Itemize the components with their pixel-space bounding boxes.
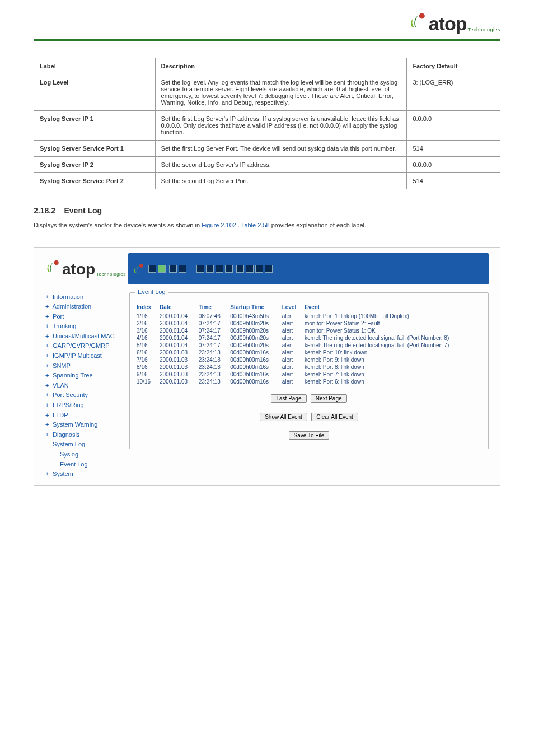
parameters-table: Label Description Factory Default Log Le… bbox=[34, 58, 500, 189]
ev-cell-level: alert bbox=[281, 320, 303, 327]
sidebar-item[interactable]: + Administration bbox=[45, 302, 129, 312]
plus-icon: + bbox=[45, 390, 51, 400]
ev-cell-startup: 00d09h43m50s bbox=[229, 312, 280, 320]
param-desc: Set the log level. Any log events that m… bbox=[155, 74, 407, 111]
ev-cell-startup: 00d00h00m16s bbox=[229, 378, 280, 385]
ev-cell-level: alert bbox=[281, 334, 303, 342]
sidebar-item[interactable]: + SNMP bbox=[45, 361, 129, 371]
ev-cell-time: 23:24:13 bbox=[198, 349, 229, 356]
sidebar-nav: + Information+ Administration+ Port+ Tru… bbox=[45, 292, 129, 479]
table-row: 8/162000.01.0323:24:1300d00h00m16salertk… bbox=[135, 363, 483, 371]
sidebar-item-label: ERPS/Ring bbox=[51, 402, 84, 408]
table-row: Syslog Server Service Port 1Set the firs… bbox=[34, 141, 500, 157]
ev-cell-event: kernel: The ring detected local signal f… bbox=[303, 334, 483, 342]
ev-cell-event: kernel: Port 7: link down bbox=[303, 371, 483, 378]
save-to-file-button[interactable]: Save To File bbox=[289, 431, 330, 440]
sidebar-item[interactable]: + Trunking bbox=[45, 321, 129, 332]
logo-tagline: Technologies bbox=[467, 27, 500, 32]
ev-cell-level: alert bbox=[281, 378, 303, 385]
table-row: 3/162000.01.0407:24:1700d09h00m20salertm… bbox=[135, 327, 483, 334]
ss-logo-brand: atop bbox=[62, 260, 95, 278]
table-row: 9/162000.01.0323:24:1300d00h00m16salertk… bbox=[135, 371, 483, 378]
ev-cell-startup: 00d09h00m20s bbox=[229, 320, 280, 327]
param-header-label: Label bbox=[34, 58, 156, 74]
atop-logo: atop Technologies bbox=[409, 11, 500, 35]
ev-cell-index: 4/16 bbox=[135, 334, 158, 342]
table-row: 4/162000.01.0407:24:1700d09h00m20salertk… bbox=[135, 334, 483, 342]
sidebar-item[interactable]: + Unicast/Multicast MAC bbox=[45, 332, 129, 342]
sidebar-item-label: VLAN bbox=[51, 382, 69, 389]
sidebar-item[interactable]: + IGMP/IP Multicast bbox=[45, 351, 129, 361]
ev-cell-level: alert bbox=[281, 371, 303, 378]
ev-cell-date: 2000.01.04 bbox=[158, 342, 198, 349]
param-desc: Set the second Log Server's IP address. bbox=[155, 157, 407, 173]
plus-icon: + bbox=[45, 341, 51, 351]
param-header-desc: Description bbox=[155, 58, 407, 74]
plus-icon: + bbox=[45, 420, 51, 430]
sidebar-item[interactable]: - System Log bbox=[45, 440, 129, 450]
atop-logo-mark bbox=[409, 11, 428, 30]
sidebar-item[interactable]: + System bbox=[45, 469, 129, 479]
show-all-event-button[interactable]: Show All Event bbox=[260, 413, 307, 421]
ev-cell-time: 07:24:17 bbox=[198, 320, 229, 327]
sidebar-item-label: IGMP/IP Multicast bbox=[51, 352, 102, 359]
ev-cell-startup: 00d09h00m20s bbox=[229, 327, 280, 334]
ev-header-event: Event bbox=[303, 303, 483, 312]
sidebar-item[interactable]: + System Warning bbox=[45, 420, 129, 430]
sidebar-item[interactable]: + LLDP bbox=[45, 410, 129, 421]
param-desc: Set the first Log Server Port. The devic… bbox=[155, 141, 407, 157]
ev-cell-level: alert bbox=[281, 356, 303, 363]
ev-cell-event: monitor: Power Status 1: OK bbox=[303, 327, 483, 334]
sidebar-item-label: Diagnosis bbox=[51, 431, 79, 438]
table-row: 7/162000.01.0323:24:1300d00h00m16salertk… bbox=[135, 356, 483, 363]
pagination-row: Last Page Next Page bbox=[135, 393, 483, 404]
table-row: 1/162000.01.0408:07:4600d09h43m50salertk… bbox=[135, 312, 483, 320]
sidebar-subitem[interactable]: Event Log bbox=[45, 460, 129, 470]
ss-logo: atop Technologies bbox=[45, 256, 124, 281]
logo-brand-text: atop bbox=[429, 13, 467, 35]
next-page-button[interactable]: Next Page bbox=[311, 394, 347, 403]
save-row: Save To File bbox=[135, 430, 483, 441]
ev-cell-level: alert bbox=[281, 327, 303, 334]
device-logo-mark bbox=[133, 263, 145, 275]
sidebar-item[interactable]: + Diagnosis bbox=[45, 430, 129, 440]
actions-row: Show All Event Clear All Event bbox=[135, 412, 483, 422]
ev-cell-startup: 00d00h00m16s bbox=[229, 363, 280, 371]
sidebar-item[interactable]: + Port bbox=[45, 312, 129, 322]
sidebar-item[interactable]: + Information bbox=[45, 292, 129, 302]
sidebar-subitem[interactable]: Syslog bbox=[45, 450, 129, 460]
device-image bbox=[128, 253, 489, 284]
ev-header-time: Time bbox=[198, 303, 229, 312]
ev-cell-index: 8/16 bbox=[135, 363, 158, 371]
plus-icon: + bbox=[45, 312, 51, 322]
ev-cell-time: 23:24:13 bbox=[198, 378, 229, 385]
ev-cell-level: alert bbox=[281, 312, 303, 320]
ev-cell-startup: 00d09h00m20s bbox=[229, 334, 280, 342]
sidebar-item[interactable]: + ERPS/Ring bbox=[45, 400, 129, 410]
param-label: Syslog Server IP 2 bbox=[34, 157, 156, 173]
plus-icon: + bbox=[45, 410, 51, 421]
section-body-suffix: provides explanation of each label. bbox=[271, 222, 366, 228]
ev-cell-startup: 00d00h00m16s bbox=[229, 371, 280, 378]
svg-point-2 bbox=[139, 264, 143, 268]
plus-icon: + bbox=[45, 332, 51, 342]
last-page-button[interactable]: Last Page bbox=[271, 394, 306, 403]
table-row: Syslog Server IP 2Set the second Log Ser… bbox=[34, 157, 500, 173]
ev-cell-level: alert bbox=[281, 363, 303, 371]
ev-cell-date: 2000.01.03 bbox=[158, 349, 198, 356]
ev-header-level: Level bbox=[281, 303, 303, 312]
ss-logo-tagline: Technologies bbox=[96, 272, 126, 277]
param-label: Log Level bbox=[34, 74, 156, 111]
sidebar-item[interactable]: + Port Security bbox=[45, 390, 129, 400]
table-row: 10/162000.01.0323:24:1300d00h00m16salert… bbox=[135, 378, 483, 385]
event-log-table: Index Date Time Startup Time Level Event… bbox=[135, 303, 483, 385]
sidebar-item[interactable]: + VLAN bbox=[45, 381, 129, 391]
ev-cell-time: 07:24:17 bbox=[198, 334, 229, 342]
ev-header-index: Index bbox=[135, 303, 158, 312]
sidebar-item[interactable]: + GARP/GVRP/GMRP bbox=[45, 341, 129, 351]
section-body-prefix: Displays the system's and/or the device'… bbox=[34, 222, 202, 228]
param-header-default: Factory Default bbox=[407, 58, 500, 74]
plus-icon: + bbox=[45, 351, 51, 361]
sidebar-item[interactable]: + Spanning Tree bbox=[45, 371, 129, 381]
clear-all-event-button[interactable]: Clear All Event bbox=[311, 413, 358, 421]
